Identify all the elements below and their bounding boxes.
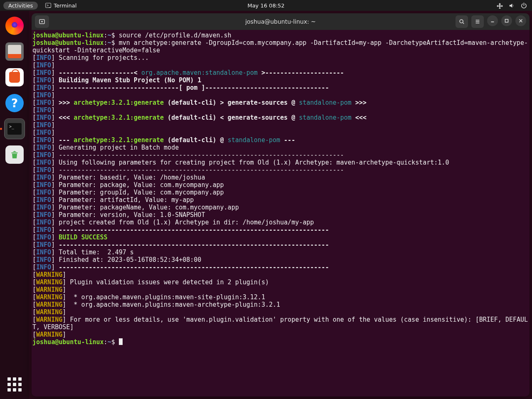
svg-rect-2 xyxy=(505,20,508,22)
new-tab-button[interactable] xyxy=(35,15,49,28)
command-1: source /etc/profile.d/maven.sh xyxy=(119,32,232,39)
app-menu-label: Terminal xyxy=(54,2,76,9)
power-icon xyxy=(521,2,527,9)
dock-software[interactable] xyxy=(4,66,25,88)
dock-firefox[interactable] xyxy=(4,15,25,37)
maximize-icon xyxy=(504,18,510,24)
search-icon xyxy=(459,19,465,25)
window-title: joshua@ubuntu-linux: ~ xyxy=(245,18,316,25)
prompt-path: ~ xyxy=(108,32,111,39)
files-icon xyxy=(5,42,24,61)
titlebar[interactable]: joshua@ubuntu-linux: ~ xyxy=(32,13,530,30)
terminal-window: joshua@ubuntu-linux: ~ joshua@ubuntu-lin… xyxy=(32,13,530,397)
network-icon xyxy=(497,2,503,9)
new-tab-icon xyxy=(39,18,45,25)
gnome-topbar: Activities >_ Terminal May 16 08:52 xyxy=(0,0,532,11)
help-icon: ? xyxy=(5,94,24,112)
hamburger-menu-button[interactable] xyxy=(471,15,484,28)
terminal-output[interactable]: joshua@ubuntu-linux:~$ source /etc/profi… xyxy=(32,30,530,397)
cursor xyxy=(119,338,123,345)
activities-button[interactable]: Activities xyxy=(3,2,38,10)
hamburger-icon xyxy=(475,19,480,25)
close-button[interactable] xyxy=(515,15,526,26)
clock[interactable]: May 16 08:52 xyxy=(247,2,284,9)
dock-files[interactable] xyxy=(4,41,25,62)
app-menu[interactable]: >_ Terminal xyxy=(45,2,76,9)
search-button[interactable] xyxy=(456,15,468,28)
apps-grid-icon xyxy=(6,376,23,393)
prompt-user: joshua@ubuntu-linux xyxy=(32,32,104,39)
trash-icon xyxy=(5,145,24,164)
dock-terminal[interactable]: >_ xyxy=(4,118,25,140)
close-icon xyxy=(518,18,524,24)
volume-icon xyxy=(509,2,515,9)
terminal-app-icon: >_ xyxy=(4,118,25,139)
dock-trash[interactable] xyxy=(4,144,25,165)
software-icon xyxy=(5,68,24,86)
minimize-icon xyxy=(490,18,495,24)
maximize-button[interactable] xyxy=(501,15,512,26)
dock: ? >_ xyxy=(0,11,29,399)
build-success: BUILD SUCCESS xyxy=(55,234,107,241)
show-applications[interactable] xyxy=(4,377,25,399)
terminal-icon: >_ xyxy=(45,3,51,8)
firefox-icon xyxy=(5,17,24,35)
minimize-button[interactable] xyxy=(487,15,498,26)
svg-point-1 xyxy=(460,20,463,23)
dock-help[interactable]: ? xyxy=(4,92,25,114)
system-tray[interactable] xyxy=(497,2,527,9)
